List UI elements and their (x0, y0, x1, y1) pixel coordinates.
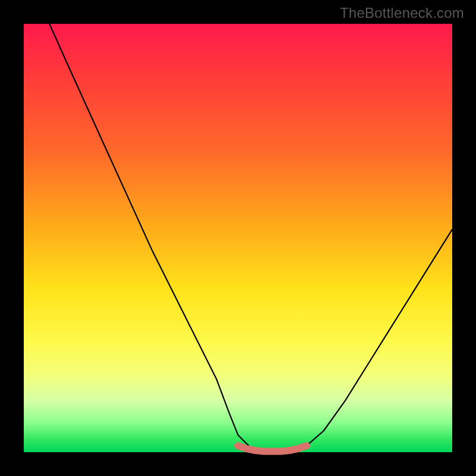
bottleneck-curve-path (49, 24, 452, 452)
chart-frame: TheBottleneck.com (0, 0, 476, 476)
watermark-text: TheBottleneck.com (340, 5, 464, 21)
plot-area (24, 24, 452, 452)
curve-overlay (24, 24, 452, 452)
optimal-band-path (238, 446, 306, 451)
